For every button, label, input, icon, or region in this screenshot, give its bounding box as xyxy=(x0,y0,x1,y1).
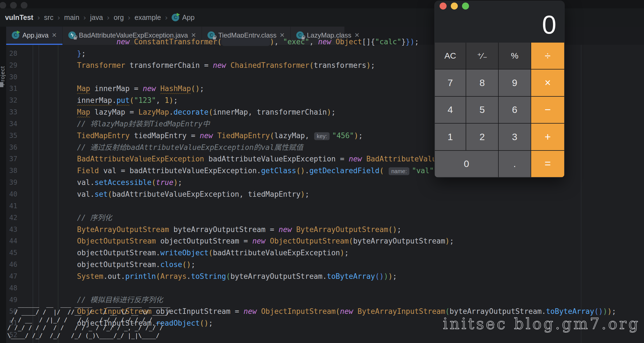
code-token: ( xyxy=(217,38,222,46)
line-number[interactable]: 33 xyxy=(6,106,17,118)
calc-button-.[interactable]: . xyxy=(499,151,531,177)
code-token: ) xyxy=(169,96,174,105)
breadcrumb-item-org[interactable]: org xyxy=(114,13,124,21)
breadcrumb-entry[interactable]: main xyxy=(64,13,79,22)
code-line[interactable] xyxy=(77,200,616,212)
breadcrumb-entry[interactable]: example xyxy=(135,13,161,22)
code-token: TiedMapEntry xyxy=(77,131,130,140)
code-token: () xyxy=(388,225,397,234)
calc-button-4[interactable]: 4 xyxy=(435,97,466,123)
indent-guide xyxy=(58,45,58,343)
code-token: // 通过反射给badAttributeValueExpException的va… xyxy=(77,143,303,152)
code-line[interactable]: objectOutputStream.writeObject(badAttrib… xyxy=(77,247,616,259)
line-number[interactable]: 28 xyxy=(6,48,17,60)
breadcrumb-separator: › xyxy=(37,13,40,22)
code-token: objectOutputStream. xyxy=(77,249,160,257)
calc-button-7[interactable]: 7 xyxy=(435,69,466,96)
line-number[interactable]: 36 xyxy=(6,142,17,154)
code-line[interactable]: // 序列化 xyxy=(77,212,616,224)
line-number[interactable]: 29 xyxy=(6,60,17,71)
inlay-parameter-hint[interactable]: key: xyxy=(314,132,330,140)
ide-close-button[interactable] xyxy=(0,2,6,9)
breadcrumb-item-example[interactable]: example xyxy=(135,13,161,21)
calc-button-9[interactable]: 9 xyxy=(499,69,531,96)
calc-button-⁺∕₋[interactable]: ⁺∕₋ xyxy=(466,43,498,69)
code-line[interactable]: objectOutputStream.close(); xyxy=(77,259,616,271)
breadcrumb-entry[interactable]: vulnTest xyxy=(5,13,33,22)
inlay-parameter-hint[interactable]: name: xyxy=(389,167,409,175)
calc-button-6[interactable]: 6 xyxy=(499,97,531,123)
line-number[interactable]: 35 xyxy=(6,130,17,142)
calc-button-=[interactable]: = xyxy=(531,151,564,177)
ide-zoom-button[interactable] xyxy=(21,2,27,9)
ide-minimize-button[interactable] xyxy=(10,2,17,9)
line-number[interactable]: 39 xyxy=(6,177,17,189)
code-line[interactable]: val.set(badAttributeValueExpException, t… xyxy=(77,189,616,200)
code-token: new xyxy=(244,307,261,316)
code-token: ObjectOutputStream xyxy=(77,237,156,245)
line-number[interactable]: 45 xyxy=(6,247,17,259)
breadcrumb-item-src[interactable]: src xyxy=(44,13,53,21)
code-token: ) xyxy=(366,61,371,69)
code-token: ObjectOutputStream xyxy=(270,237,349,245)
line-number[interactable]: 44 xyxy=(6,235,17,247)
calc-button-%[interactable]: % xyxy=(499,43,531,69)
calculator-window[interactable]: 0 AC⁺∕₋%÷789×456−123+0.= xyxy=(434,1,565,178)
line-number[interactable]: 38 xyxy=(6,165,17,177)
folded-region[interactable] xyxy=(222,38,270,46)
line-number[interactable]: 31 xyxy=(6,83,17,95)
calc-button-0[interactable]: 0 xyxy=(435,151,498,177)
calc-button-8[interactable]: 8 xyxy=(466,69,498,96)
sidebar-item-project[interactable]: Project xyxy=(0,55,7,97)
code-line[interactable]: ObjectOutputStream objectOutputStream = … xyxy=(77,235,616,247)
calc-zoom-button[interactable] xyxy=(462,3,469,10)
calc-button-×[interactable]: × xyxy=(531,69,564,96)
line-number[interactable]: 32 xyxy=(6,95,17,106)
code-token: ) xyxy=(173,178,178,187)
calc-button-÷[interactable]: ÷ xyxy=(531,43,564,69)
line-number[interactable]: 47 xyxy=(6,271,17,282)
tool-window-icon[interactable] xyxy=(0,82,3,87)
code-token: ; xyxy=(305,190,309,198)
code-line[interactable] xyxy=(77,282,616,294)
code-token: writeObject xyxy=(160,249,208,257)
code-line[interactable]: ByteArrayOutputStream byteArrayOutputStr… xyxy=(77,224,616,236)
line-number[interactable] xyxy=(6,36,17,48)
code-token: Arrays xyxy=(160,272,186,281)
code-token: ( xyxy=(130,96,134,105)
breadcrumb-item-java[interactable]: java xyxy=(90,13,103,21)
calc-button-1[interactable]: 1 xyxy=(435,124,466,150)
line-number[interactable]: 40 xyxy=(6,189,17,200)
calc-close-button[interactable] xyxy=(440,3,447,10)
code-token: ( xyxy=(336,307,340,316)
tab-close-icon[interactable]: ✕ xyxy=(52,32,57,38)
line-number[interactable]: 42 xyxy=(6,212,17,224)
calc-button-2[interactable]: 2 xyxy=(466,124,498,150)
ascii-art-watermark: ______ __ ___ _____ ____ ____ ______ / _… xyxy=(7,300,170,340)
code-token: // 将lazyMap封装到TiedMapEntry中 xyxy=(77,120,210,128)
breadcrumb-entry[interactable]: src xyxy=(44,13,53,22)
line-number[interactable]: 43 xyxy=(6,224,17,236)
code-line[interactable]: System.out.println(Arrays.toString(byteA… xyxy=(77,271,616,282)
breadcrumb-item-main[interactable]: main xyxy=(64,13,79,21)
breadcrumb-entry[interactable]: java xyxy=(90,13,103,22)
line-number[interactable]: 46 xyxy=(6,259,17,271)
calc-button-5[interactable]: 5 xyxy=(466,97,498,123)
breadcrumb-item-vulntest[interactable]: vulnTest xyxy=(5,13,33,21)
line-number[interactable]: 34 xyxy=(6,118,17,130)
line-number[interactable]: 30 xyxy=(6,71,17,83)
calc-button-3[interactable]: 3 xyxy=(499,124,531,150)
breadcrumb-entry[interactable]: CApp xyxy=(172,13,194,22)
calc-minimize-button[interactable] xyxy=(451,3,458,10)
breadcrumb-item-app[interactable]: App xyxy=(182,13,194,22)
code-token: 1 xyxy=(165,96,169,105)
calc-button-−[interactable]: − xyxy=(531,97,564,123)
breadcrumb-entry[interactable]: org xyxy=(114,13,124,22)
line-number[interactable]: 41 xyxy=(6,200,17,212)
calc-button-AC[interactable]: AC xyxy=(435,43,466,69)
calc-button-+[interactable]: + xyxy=(531,124,564,150)
code-line[interactable]: val.setAccessible(true); xyxy=(77,177,616,189)
line-number[interactable]: 48 xyxy=(6,282,17,294)
line-number[interactable]: 37 xyxy=(6,153,17,165)
code-token: ConstantTransformer xyxy=(134,38,217,46)
